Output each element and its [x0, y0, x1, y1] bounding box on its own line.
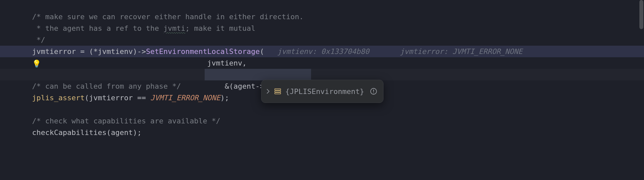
svg-rect-5 — [373, 93, 374, 93]
inlay-hint-value: 0x133704b80 — [321, 47, 369, 56]
warning-icon[interactable] — [370, 88, 377, 95]
tooltip-value: {JPLISEnvironment} — [285, 86, 366, 97]
chevron-right-icon[interactable] — [266, 89, 270, 94]
svg-rect-1 — [275, 91, 281, 92]
svg-rect-4 — [373, 90, 374, 92]
evaluate-tooltip[interactable]: {JPLISEnvironment} — [261, 80, 383, 103]
code-line[interactable]: jvmtienv, — [0, 57, 644, 69]
struct-icon — [274, 88, 281, 95]
intention-bulb-icon[interactable]: 💡 — [32, 60, 41, 68]
function-call: jplis_assert — [32, 94, 85, 102]
comment-text: ; make it mutual — [185, 24, 256, 32]
comment-text: */ — [32, 36, 45, 44]
svg-rect-0 — [275, 89, 281, 90]
method-call: SetEnvironmentLocalStorage — [146, 47, 260, 56]
constant: JVMTI_ERROR_NONE — [150, 94, 221, 102]
selection-highlight — [205, 69, 311, 80]
code-line-current[interactable]: jvmtierror = (*jvmtienv)->SetEnvironment… — [0, 46, 644, 57]
inlay-hint-value: JVMTI_ERROR_NONE — [453, 47, 523, 56]
comment-text: /* make sure we can recover either handl… — [32, 13, 303, 21]
comment-text: /* can be called from any phase */ — [32, 82, 181, 90]
typo-word[interactable]: jvmti — [163, 24, 185, 32]
code-line[interactable]: * the agent has a ref to the jvmti; make… — [0, 22, 644, 34]
inlay-hint-label: jvmtierror: — [400, 47, 453, 56]
code-line-blank[interactable] — [0, 104, 644, 115]
code-line[interactable]: /* check what capabilities are available… — [0, 115, 644, 127]
code-line[interactable]: */ — [0, 34, 644, 46]
code-line[interactable]: /* make sure we can recover either handl… — [0, 11, 644, 22]
code-text: jvmtienv, — [207, 59, 247, 67]
code-text: jvmtierror = (*jvmtienv)-> — [32, 47, 146, 56]
code-editor[interactable]: /* make sure we can recover either handl… — [0, 0, 644, 138]
code-line-cursor[interactable]: &(agent->mNormalEnvironment)); — [0, 69, 644, 80]
comment-text: /* check what capabilities are available… — [32, 117, 221, 125]
inlay-hint-label: jvmtienv: — [277, 47, 321, 56]
code-line[interactable]: checkCapabilities(agent); — [0, 127, 644, 138]
code-text: ); — [221, 94, 229, 102]
code-text: (jvmtierror == — [85, 94, 150, 102]
svg-rect-2 — [275, 93, 281, 94]
indent — [32, 59, 207, 67]
comment-text: * the agent has a ref to the — [32, 24, 163, 32]
scrollbar-thumb[interactable] — [639, 0, 643, 29]
paren: ( — [260, 47, 264, 56]
code-text: checkCapabilities(agent); — [32, 128, 141, 137]
vertical-scrollbar[interactable] — [639, 0, 644, 138]
